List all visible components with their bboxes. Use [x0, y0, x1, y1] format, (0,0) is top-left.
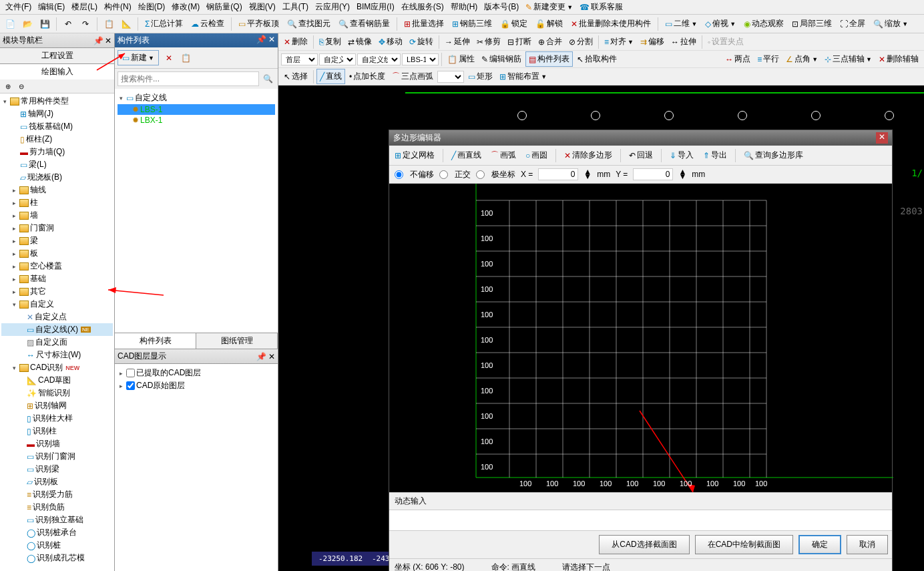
tree-cadsketch[interactable]: 📐CAD草图: [1, 374, 113, 387]
pe-x-input[interactable]: [538, 168, 578, 180]
redo-icon[interactable]: ↷: [78, 17, 93, 31]
tree-recogcol2[interactable]: ▯识别柱: [1, 425, 113, 437]
pe-import[interactable]: ⇓导入: [667, 148, 696, 162]
tree-plate[interactable]: ▸板: [1, 247, 113, 260]
open-icon[interactable]: 📂: [20, 17, 35, 31]
menu-online[interactable]: 在线服务(S): [399, 0, 447, 14]
tree-recogrebar[interactable]: ≡识别受力筋: [1, 488, 113, 501]
tree-foundation[interactable]: ▸基础: [1, 272, 113, 285]
menu-file[interactable]: 文件(F): [3, 0, 34, 14]
tool-fushi[interactable]: ◇俯视▼: [702, 17, 738, 31]
spinner-down-icon[interactable]: ▼: [678, 174, 686, 179]
tool-lock[interactable]: 🔒锁定: [497, 17, 530, 31]
tool-align[interactable]: ≡对齐▼: [602, 35, 636, 49]
tree-shearwall[interactable]: ▬剪力墙(Q): [1, 146, 113, 158]
tree-other[interactable]: ▸其它: [1, 285, 113, 298]
tree-recogcol[interactable]: ▯识别柱大样: [1, 412, 113, 425]
tab-project-settings[interactable]: 工程设置: [0, 48, 114, 64]
menu-version[interactable]: 版本号(B): [481, 0, 521, 14]
tree-beam[interactable]: ▭梁(L): [1, 158, 113, 171]
select-arc[interactable]: [437, 71, 464, 83]
tree-recogpile[interactable]: ◯识别桩承台: [1, 526, 113, 539]
cad-extracted[interactable]: ▸已提取的CAD图层: [118, 367, 275, 379]
tree-recogindep[interactable]: ▭识别独立基础: [1, 514, 113, 526]
menu-modify[interactable]: 修改(M): [169, 0, 202, 14]
close-icon[interactable]: ✕: [105, 36, 111, 45]
comp-tree-lbs1[interactable]: ✹LBS-1: [118, 104, 275, 115]
tool-move[interactable]: ✥移动: [376, 35, 405, 49]
menu-edit[interactable]: 编辑(E): [35, 0, 67, 14]
tool-pingqi[interactable]: ▭平齐板顶: [236, 17, 282, 31]
tool-merge[interactable]: ⊕合并: [535, 35, 565, 49]
tree-custompt[interactable]: ✕自定义点: [1, 311, 113, 323]
select-lbs[interactable]: LBS-1: [402, 53, 439, 65]
tool-fullscreen[interactable]: ⛶全屏: [837, 17, 868, 31]
tree-cad[interactable]: ▾CAD识别NEW: [1, 361, 113, 374]
menu-bim[interactable]: BIM应用(I): [354, 0, 397, 14]
tree-recogwall[interactable]: ▬识别墙: [1, 437, 113, 450]
tool-batch-select[interactable]: ⊞批量选择: [401, 17, 447, 31]
tool-yunjian[interactable]: ☁云检查: [188, 17, 227, 31]
tool-local3d[interactable]: ⊡局部三维: [789, 17, 835, 31]
pe-draw-arc[interactable]: ⌒画弧: [488, 148, 519, 162]
dialog-titlebar[interactable]: 多边形编辑器 ✕: [389, 130, 892, 146]
pe-btn-selectcad[interactable]: 从CAD选择截面图: [599, 535, 689, 554]
tool-batch-delete[interactable]: ✕批量删除未使用构件: [568, 17, 654, 31]
tool-twopoint[interactable]: ↔两点: [722, 52, 753, 66]
comp-copy-icon[interactable]: 📋: [179, 51, 194, 65]
tool-pick[interactable]: ↖拾取构件: [574, 52, 620, 66]
tree-common[interactable]: ▾常用构件类型: [1, 95, 113, 108]
tab-draw-input[interactable]: 绘图输入: [0, 64, 114, 79]
tool-extend[interactable]: →延伸: [442, 35, 473, 49]
tree-slab[interactable]: ▱现浇板(B): [1, 171, 113, 184]
pin-icon[interactable]: 📌: [256, 352, 266, 361]
tool-gangjin[interactable]: 🔍查看钢筋量: [336, 17, 393, 31]
tool-parallel[interactable]: ≡平行: [754, 52, 782, 66]
menu-view[interactable]: 视图(V): [246, 0, 278, 14]
tool-addlen[interactable]: •点加长度: [346, 69, 388, 83]
tool-unlock[interactable]: 🔓解锁: [533, 17, 565, 31]
close-icon[interactable]: ✕: [268, 35, 275, 44]
menu-component[interactable]: 构件(N): [101, 0, 134, 14]
tree-framecol[interactable]: ▯框柱(Z): [1, 133, 113, 146]
pe-export[interactable]: ⇑导出: [700, 148, 730, 162]
tool-find[interactable]: 🔍查找图元: [284, 17, 333, 31]
tree-recogaxis[interactable]: ⊞识别轴网: [1, 399, 113, 412]
pe-query[interactable]: 🔍查询多边形库: [741, 148, 806, 162]
close-icon[interactable]: ✕: [268, 352, 275, 361]
tool-angle[interactable]: ∠点角▼: [783, 52, 821, 66]
cad-extracted-check[interactable]: [126, 369, 135, 377]
tool-threearc[interactable]: ⌒三点画弧: [389, 69, 436, 83]
tree-customface[interactable]: ▨自定义面: [1, 336, 113, 349]
tool-trim[interactable]: ✂修剪: [474, 35, 503, 49]
menu-help[interactable]: 帮助(H): [448, 0, 481, 14]
tool-grip[interactable]: ◦设置夹点: [705, 35, 746, 49]
nav-collapse-icon[interactable]: ⊖: [16, 81, 27, 91]
select-customline[interactable]: 自定义线: [357, 53, 401, 65]
menu-rebar[interactable]: 钢筋量(Q): [204, 0, 244, 14]
comp-delete-icon[interactable]: ✕: [162, 51, 176, 65]
pin-icon[interactable]: 📌: [93, 36, 103, 45]
tree-dimension[interactable]: ↔尺寸标注(W): [1, 349, 113, 361]
tree-smartrecog[interactable]: ✨智能识别: [1, 387, 113, 399]
select-custom[interactable]: 自定义: [319, 53, 356, 65]
comp-tree-root[interactable]: ▾▭自定义线: [118, 91, 275, 104]
comp-tree-lbx1[interactable]: ✹LBX-1: [118, 115, 275, 126]
tree-hollow[interactable]: ▸空心楼盖: [1, 260, 113, 272]
tool-editrebar[interactable]: ✎编辑钢筋: [479, 52, 524, 66]
comp-search-input[interactable]: [118, 71, 259, 86]
cad-original[interactable]: ▸CAD原始图层: [118, 379, 275, 392]
tree-raft[interactable]: ▭筏板基础(M): [1, 120, 113, 133]
dialog-close-icon[interactable]: ✕: [876, 132, 888, 144]
tree-column[interactable]: ▸柱: [1, 196, 113, 209]
menu-cloud[interactable]: 云应用(Y): [312, 0, 353, 14]
tool-rotate[interactable]: ⟳旋转: [407, 35, 436, 49]
tool-copy[interactable]: ⎘复制: [316, 35, 344, 49]
new-icon[interactable]: 📄: [3, 17, 17, 31]
pe-define-grid[interactable]: ⊞定义网格: [392, 148, 437, 162]
tool-2d[interactable]: ▭二维▼: [662, 17, 700, 31]
pe-radio-polar[interactable]: [476, 170, 485, 179]
tool-rebar3d[interactable]: ⊞钢筋三维: [449, 17, 495, 31]
pe-clear[interactable]: ✕清除多边形: [561, 148, 615, 162]
pe-btn-drawcad[interactable]: 在CAD中绘制截面图: [695, 535, 793, 554]
